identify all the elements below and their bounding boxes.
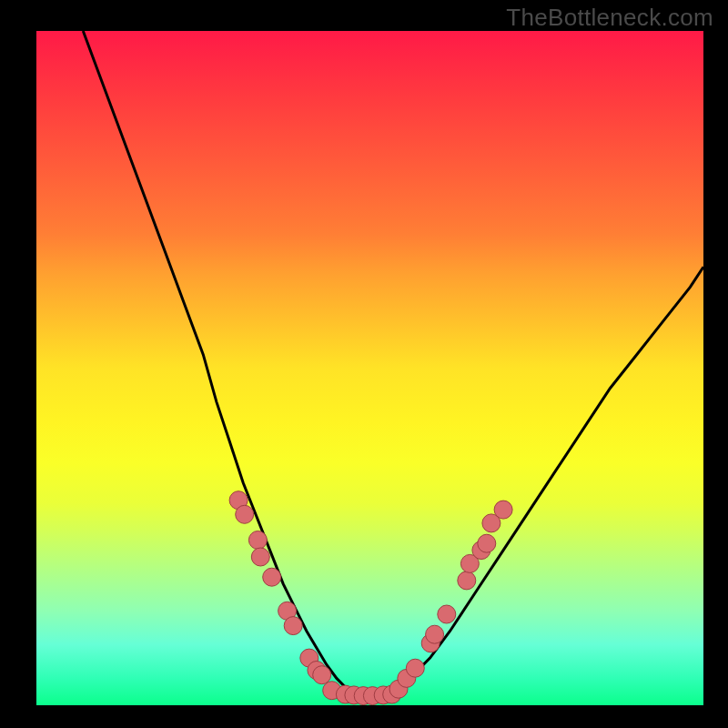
curve-marker [284, 617, 302, 635]
curve-markers [229, 491, 512, 705]
curve-marker [406, 659, 424, 677]
chart-frame: TheBottleneck.com [0, 0, 728, 728]
curve-marker [263, 568, 281, 586]
curve-marker [313, 666, 331, 684]
curve-marker [248, 531, 267, 550]
curve-marker [494, 500, 512, 519]
watermark-text: TheBottleneck.com [506, 4, 713, 32]
curve-marker [236, 505, 254, 523]
plot-area [36, 31, 703, 705]
curve-marker [251, 548, 269, 566]
curve-svg [36, 31, 703, 705]
curve-marker [458, 571, 476, 590]
curve-marker [438, 605, 456, 623]
bottleneck-curve [83, 31, 703, 696]
curve-marker [426, 625, 444, 643]
curve-marker [478, 534, 496, 552]
